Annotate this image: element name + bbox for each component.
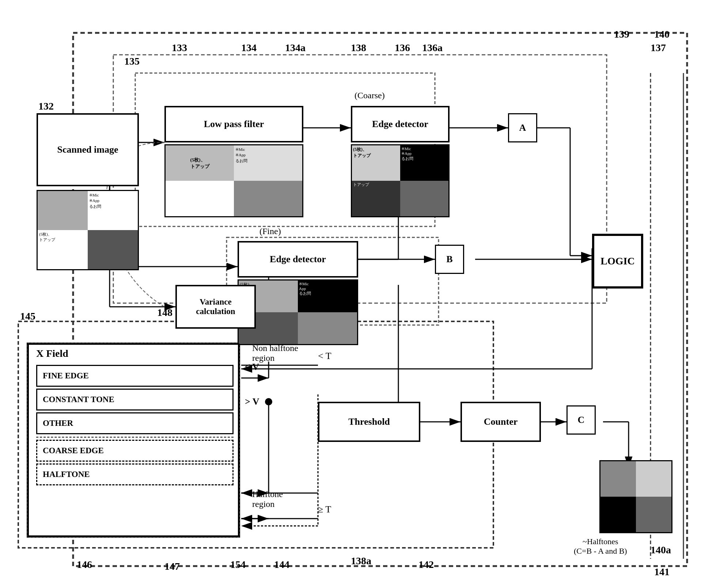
label-134: 134: [241, 42, 257, 54]
fine-label: (Fine): [259, 226, 281, 236]
fine-edge-label: FINE EDGE: [43, 371, 89, 381]
x-field-title: X Field: [36, 348, 68, 359]
halftones-image: [599, 460, 672, 533]
box-b: B: [435, 245, 464, 274]
label-141: 141: [654, 566, 670, 578]
constant-tone-label: CONSTANT TONE: [43, 395, 114, 404]
coarse-edge-label: COARSE EDGE: [43, 446, 104, 455]
box-c-label: C: [578, 415, 585, 425]
x-field-box: X Field FINE EDGE CONSTANT TONE OTHER CO…: [27, 343, 239, 537]
halftone-item: HALFTONE: [36, 463, 234, 485]
edge-detector-coarse-label: Edge detector: [372, 119, 428, 130]
other-item: OTHER: [36, 412, 234, 434]
logic-label: LOGIC: [600, 255, 634, 267]
constant-tone-item: CONSTANT TONE: [36, 389, 234, 411]
variance-calculation-box: Variance calculation: [175, 285, 256, 329]
label-154: 154: [230, 559, 246, 570]
label-147: 147: [164, 561, 180, 572]
label-140: 140: [654, 28, 670, 40]
counter-label: Counter: [484, 416, 518, 427]
scanned-image-thumbnail: ※Mic※Appるお問 (5枚)、トアップ: [37, 190, 139, 270]
label-138: 138: [351, 42, 366, 54]
edge-detector-fine-label: Edge detector: [270, 254, 326, 265]
label-138a: 138a: [351, 555, 371, 567]
box-a-label: A: [519, 122, 526, 133]
coarse-edge-item: COARSE EDGE: [36, 440, 234, 462]
label-133: 133: [172, 42, 187, 54]
label-135: 135: [124, 56, 140, 67]
coarse-label: (Coarse): [355, 91, 385, 100]
fine-edge-item: FINE EDGE: [36, 365, 234, 387]
logic-box: LOGIC: [592, 234, 643, 289]
label-139: 139: [614, 28, 629, 40]
label-137: 137: [651, 42, 666, 54]
label-142: 142: [418, 559, 434, 570]
low-pass-filter-thumbnail: (5枚)、トアップ ※Mic※Appるお問: [164, 144, 303, 217]
greater-than-v-label: > V: [245, 396, 259, 407]
edge-detector-coarse-box: Edge detector: [351, 106, 450, 142]
label-145: 145: [20, 310, 35, 322]
scanned-image-box: Scanned image: [37, 113, 139, 186]
diagram: 132 132a 133 134 134a 135 136 136a 137 1…: [0, 0, 705, 588]
edge-detector-coarse-thumbnail: (5枚)、トアップ ※Mic※Appるお問 トアップ: [351, 144, 450, 217]
other-label: OTHER: [43, 419, 73, 428]
counter-box: Counter: [460, 402, 541, 442]
non-halftone-region-label: Non halftoneregion: [252, 343, 298, 363]
label-140a: 140a: [651, 544, 671, 556]
label-136: 136: [395, 42, 410, 54]
edge-detector-fine-box: Edge detector: [238, 241, 358, 278]
label-148: 148: [157, 307, 173, 318]
box-c: C: [566, 405, 596, 435]
variance-calculation-label: Variance calculation: [196, 297, 235, 316]
label-144: 144: [274, 559, 289, 570]
label-136a: 136a: [422, 42, 443, 54]
low-pass-filter-box: Low pass filter: [164, 106, 303, 142]
box-b-label: B: [446, 254, 452, 265]
label-132: 132: [38, 100, 54, 112]
low-pass-filter-label: Low pass filter: [204, 119, 264, 130]
label-146: 146: [77, 559, 92, 570]
threshold-label: Threshold: [348, 416, 390, 427]
less-than-v-label: ≤ V: [245, 362, 259, 373]
scanned-image-label: Scanned image: [57, 144, 118, 155]
less-than-t-label: < T: [318, 351, 331, 362]
label-134a: 134a: [285, 42, 306, 54]
box-a: A: [508, 113, 537, 142]
halftone-region-label: Halftoneregion: [252, 489, 283, 509]
halftones-caption: ~Halftones (C=B - A and B): [574, 537, 627, 556]
halftone-label: HALFTONE: [43, 470, 90, 479]
threshold-box: Threshold: [318, 402, 420, 442]
greater-eq-t-label: ≥ T: [318, 504, 331, 515]
